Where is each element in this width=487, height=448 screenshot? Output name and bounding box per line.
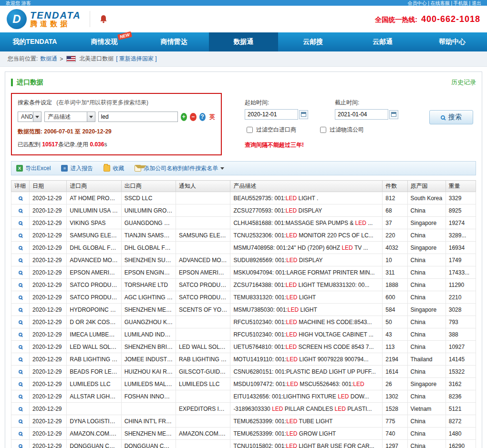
start-date-input[interactable]: [245, 109, 298, 120]
detail-magnifier-icon[interactable]: [19, 196, 22, 200]
detail-magnifier-icon[interactable]: [19, 382, 22, 386]
export-excel-button[interactable]: X 导出Excel: [16, 164, 51, 173]
cell-date: 2020-12-29: [30, 341, 67, 353]
boolean-operator-select[interactable]: AND: [18, 112, 41, 122]
cell-quantity: 1888: [383, 279, 407, 291]
breadcrumb-separator: >: [60, 56, 63, 62]
cell-detail: [11, 328, 30, 341]
cell-notify-party: [176, 316, 230, 328]
cell-date: 2020-12-29: [30, 403, 67, 415]
cell-detail: [11, 217, 30, 229]
favorite-button[interactable]: 收藏: [104, 164, 124, 173]
highlight-keyword: LED: [286, 418, 297, 425]
cell-importer: IMECA LUMBER A...: [67, 328, 121, 341]
detail-magnifier-icon[interactable]: [19, 345, 22, 349]
cell-notify-party: LUMILEDS LLC: [176, 378, 230, 390]
detail-magnifier-icon[interactable]: [19, 295, 22, 299]
desc-text: MACHINE HS CODE:8543...: [297, 319, 372, 326]
cell-product-description: TCNU1015802: 001:LED LIGHT BAR USE FOR C…: [230, 440, 383, 448]
search-button[interactable]: 搜索: [429, 110, 473, 124]
detail-magnifier-icon[interactable]: [19, 432, 22, 436]
detail-magnifier-icon[interactable]: [19, 209, 22, 213]
table-row: 2020-12-29DYNA LOGISTICS...CHINA INT'L F…: [11, 415, 476, 428]
detail-magnifier-icon[interactable]: [19, 333, 22, 336]
nav-tab-help-center[interactable]: 帮助中心: [417, 32, 487, 51]
highlight-keyword: LED: [286, 207, 297, 214]
desc-text: TEMU6253399: 001:: [233, 430, 286, 437]
bell-icon[interactable]: [99, 14, 108, 24]
add-condition-icon[interactable]: +: [181, 113, 187, 121]
detail-magnifier-icon[interactable]: [19, 246, 22, 250]
title-accent-bar: [11, 79, 13, 86]
cell-detail: [11, 415, 30, 428]
end-date-input[interactable]: [335, 109, 388, 120]
cell-weight: 3329: [446, 192, 476, 204]
detail-magnifier-icon[interactable]: [19, 419, 22, 423]
table-row: 2020-12-29HYDROPOINC W...SHENZHEN MEIZ..…: [11, 304, 476, 316]
cell-detail: [11, 279, 30, 291]
detail-magnifier-icon[interactable]: [19, 357, 22, 361]
desc-text: HIGH VOLTAGE CABINET ...: [297, 331, 373, 338]
nav-tab-biz-radar[interactable]: 商情雷达: [139, 32, 209, 51]
filter-blank-importer-input[interactable]: [247, 127, 253, 133]
detail-magnifier-icon[interactable]: [19, 283, 22, 287]
enter-report-button[interactable]: ≡ 进入报告: [61, 164, 93, 173]
detail-magnifier-icon[interactable]: [19, 221, 22, 225]
cell-quantity: 600: [383, 291, 407, 304]
cell-notify-party: RAB LIGHTING W...: [176, 353, 230, 366]
detail-magnifier-icon[interactable]: [19, 271, 22, 275]
cell-origin-country: China: [407, 254, 446, 266]
matched-count: 10517: [42, 141, 58, 148]
desc-text: LIGHT: [297, 294, 316, 301]
nav-tab-biz-discovery[interactable]: 商情发现NEW: [70, 32, 139, 51]
calendar-icon[interactable]: [389, 110, 398, 119]
desc-text: LIGHT 90079228 900794...: [298, 356, 369, 363]
cell-origin-country: China: [407, 366, 446, 378]
cell-product-description: MSMU7408958: 001:24" HD (720P) 60HZ LED …: [230, 242, 383, 254]
cell-date: 2020-12-29: [30, 440, 67, 448]
cell-weight: 5121: [446, 403, 476, 415]
detail-magnifier-icon[interactable]: [19, 407, 22, 411]
cell-exporter: LUMILAND INDUS...: [121, 328, 176, 341]
reselect-country-link[interactable]: [ 重新选择国家 ]: [116, 55, 156, 63]
remove-condition-icon[interactable]: −: [190, 113, 196, 121]
filter-logistics-input[interactable]: [320, 127, 326, 133]
column-header-通知人: 通知人: [176, 181, 230, 192]
cell-weight: 1480: [446, 428, 476, 440]
cell-quantity: 812: [383, 192, 407, 204]
detail-magnifier-icon[interactable]: [19, 320, 22, 324]
results-toolbar: X 导出Excel ≡ 进入报告 收藏 添加公司名称到邮件搜索名单: [11, 161, 476, 175]
detail-magnifier-icon[interactable]: [19, 395, 22, 398]
breadcrumb-link-datapass[interactable]: 数据通: [40, 55, 57, 63]
cell-exporter: SHENZHEN SUNR...: [121, 254, 176, 266]
new-badge: NEW: [117, 31, 132, 41]
nav-tab-cloud-mail[interactable]: 云邮通: [348, 32, 417, 51]
top-utility-bar: 欢迎您 游客 会员中心 | 在线客服 | 手机版 | 退出: [0, 0, 487, 6]
language-toggle-link[interactable]: 英: [209, 113, 215, 121]
detail-magnifier-icon[interactable]: [19, 308, 22, 312]
add-company-to-mail-list-button[interactable]: 添加公司名称到邮件搜索名单: [135, 164, 224, 173]
help-icon[interactable]: ?: [199, 113, 206, 121]
keyword-input[interactable]: [98, 112, 178, 122]
detail-magnifier-icon[interactable]: [19, 370, 22, 374]
nav-tab-data-pass[interactable]: 数据通: [209, 32, 279, 51]
cell-weight: 16290: [446, 440, 476, 448]
topbar-right-links[interactable]: 会员中心 | 在线客服 | 手机版 | 退出: [408, 0, 481, 6]
detail-magnifier-icon[interactable]: [19, 234, 22, 237]
caret-down-icon: [220, 167, 224, 170]
calendar-icon[interactable]: [299, 110, 308, 119]
cell-origin-country: Vietnam: [407, 403, 446, 415]
search-area: 搜索条件设定 (在单词中加*用以获得更多搜索结果) AND 产品描述 + −: [11, 93, 476, 155]
nav-tab-cloud-mail-search[interactable]: 云邮搜: [278, 32, 348, 51]
search-field-select[interactable]: 产品描述: [44, 112, 95, 122]
filter-column: 起始时间: 截止时间:: [245, 93, 398, 155]
filter-logistics-checkbox[interactable]: 过滤物流公司: [318, 125, 364, 134]
cell-exporter: EPSON ENGINEE...: [121, 266, 176, 279]
nav-tab-my-tendata[interactable]: 我的TENDATA: [0, 32, 70, 51]
cell-exporter: CHINA INT'L FREI...: [121, 415, 176, 428]
detail-magnifier-icon[interactable]: [19, 258, 22, 262]
tendata-logo[interactable]: D TENDATA 腾道数据: [7, 9, 81, 29]
history-link[interactable]: 历史记录: [451, 78, 476, 87]
detail-magnifier-icon[interactable]: [19, 444, 22, 448]
filter-blank-importer-checkbox[interactable]: 过滤空白进口商: [245, 125, 296, 134]
